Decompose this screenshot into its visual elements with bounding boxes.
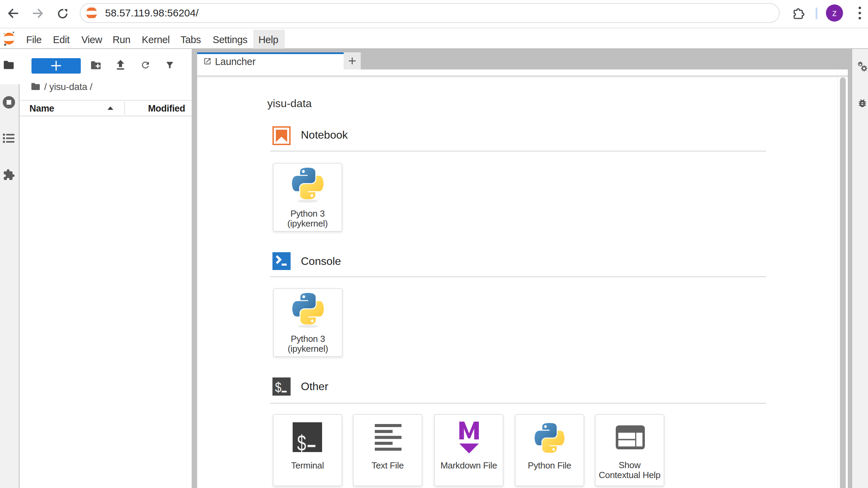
svg-text:$: $ (275, 380, 282, 395)
svg-text:$: $ (297, 431, 306, 452)
